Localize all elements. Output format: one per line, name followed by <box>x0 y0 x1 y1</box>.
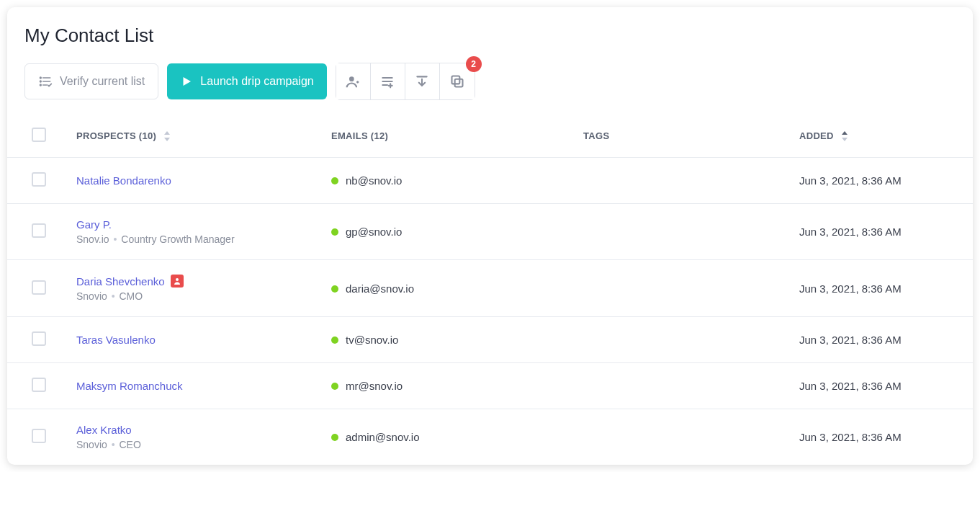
prospect-name[interactable]: Taras Vasulenko <box>76 334 156 346</box>
prospect-subtitle: Snovio • CMO <box>76 290 317 302</box>
row-checkbox[interactable] <box>32 223 46 238</box>
svg-point-7 <box>349 76 354 81</box>
page-title: My Contact List <box>24 24 956 47</box>
prospect-name[interactable]: Maksym Romanchuck <box>76 380 183 392</box>
duplicates-badge: 2 <box>466 56 482 72</box>
email-text: tv@snov.io <box>346 334 398 346</box>
row-checkbox-cell <box>7 317 65 363</box>
row-checkbox[interactable] <box>32 429 46 443</box>
tags-cell <box>576 204 792 260</box>
prospect-cell: Gary P.Snov.io • Country Growth Manager <box>65 204 324 260</box>
header-emails: EMAILS (12) <box>324 115 576 158</box>
header-tags-label: TAGS <box>583 130 609 141</box>
svg-marker-6 <box>184 77 192 86</box>
contact-card-icon <box>171 275 184 288</box>
status-dot-icon <box>331 285 338 293</box>
added-cell: Jun 3, 2021, 8:36 AM <box>792 158 973 204</box>
row-checkbox[interactable] <box>32 280 46 295</box>
added-cell: Jun 3, 2021, 8:36 AM <box>792 317 973 363</box>
prospect-name[interactable]: Natalie Bondarenko <box>76 174 171 187</box>
svg-marker-21 <box>842 131 848 135</box>
table-row: Taras Vasulenkotv@snov.ioJun 3, 2021, 8:… <box>7 317 973 363</box>
row-checkbox-cell <box>7 204 65 260</box>
list-plus-icon <box>380 74 395 89</box>
added-date: Jun 3, 2021, 8:36 AM <box>799 334 902 346</box>
email-text: admin@snov.io <box>346 431 420 443</box>
email-text: gp@snov.io <box>346 226 402 238</box>
email-cell: nb@snov.io <box>324 158 576 204</box>
prospect-role: CMO <box>120 290 143 302</box>
add-to-list-button[interactable] <box>371 63 405 99</box>
svg-marker-19 <box>164 131 170 135</box>
table-row: Maksym Romanchuckmr@snov.ioJun 3, 2021, … <box>7 363 973 409</box>
svg-marker-22 <box>842 138 848 141</box>
sort-icon <box>841 131 848 141</box>
prospect-name-text: Natalie Bondarenko <box>76 174 171 187</box>
row-checkbox[interactable] <box>32 378 46 392</box>
prospect-name-text: Alex Kratko <box>76 424 132 436</box>
tags-cell <box>576 409 792 465</box>
select-all-checkbox[interactable] <box>32 128 46 142</box>
contact-list-card: My Contact List Verify current list Laun… <box>7 7 973 465</box>
separator-dot: • <box>109 290 118 302</box>
status-dot-icon <box>331 228 338 236</box>
separator-dot: • <box>111 233 120 245</box>
tags-cell <box>576 363 792 409</box>
launch-campaign-label: Launch drip campaign <box>200 75 313 88</box>
email-text: daria@snov.io <box>346 282 414 295</box>
added-cell: Jun 3, 2021, 8:36 AM <box>792 204 973 260</box>
email-cell: admin@snov.io <box>324 409 576 465</box>
added-cell: Jun 3, 2021, 8:36 AM <box>792 363 973 409</box>
prospect-name[interactable]: Alex Kratko <box>76 424 132 436</box>
toolbar: Verify current list Launch drip campaign <box>24 63 956 100</box>
prospect-cell: Daria ShevchenkoSnovio • CMO <box>65 260 324 317</box>
status-dot-icon <box>331 434 338 441</box>
tags-cell <box>576 158 792 204</box>
prospect-subtitle: Snov.io • Country Growth Manager <box>76 233 317 245</box>
action-icon-group: 2 <box>336 63 475 100</box>
added-date: Jun 3, 2021, 8:36 AM <box>799 380 902 392</box>
table-row: Daria ShevchenkoSnovio • CMOdaria@snov.i… <box>7 260 973 317</box>
play-icon <box>180 75 193 88</box>
prospect-name[interactable]: Gary P. <box>76 218 112 231</box>
prospect-company: Snov.io <box>76 233 109 245</box>
prospect-company: Snovio <box>76 290 107 302</box>
added-date: Jun 3, 2021, 8:36 AM <box>799 174 902 187</box>
prospect-role: CEO <box>120 439 141 450</box>
status-dot-icon <box>331 177 338 184</box>
svg-rect-17 <box>451 76 459 84</box>
duplicates-button[interactable]: 2 <box>440 63 475 99</box>
svg-rect-18 <box>454 79 462 87</box>
added-cell: Jun 3, 2021, 8:36 AM <box>792 409 973 465</box>
row-checkbox-cell <box>7 409 65 465</box>
prospect-cell: Maksym Romanchuck <box>65 363 324 409</box>
added-date: Jun 3, 2021, 8:36 AM <box>799 282 902 295</box>
launch-campaign-button[interactable]: Launch drip campaign <box>167 63 326 99</box>
verify-list-button[interactable]: Verify current list <box>24 63 158 99</box>
prospect-name[interactable]: Daria Shevchenko <box>76 275 184 288</box>
add-prospect-button[interactable] <box>336 63 371 99</box>
email-text: mr@snov.io <box>346 380 403 392</box>
row-checkbox[interactable] <box>32 172 46 187</box>
added-cell: Jun 3, 2021, 8:36 AM <box>792 260 973 317</box>
prospect-name-text: Taras Vasulenko <box>76 334 156 346</box>
prospect-company: Snovio <box>76 439 107 450</box>
export-button[interactable] <box>405 63 440 99</box>
list-check-icon <box>38 74 53 89</box>
email-cell: daria@snov.io <box>324 260 576 317</box>
header-prospects[interactable]: PROSPECTS (10) <box>65 115 324 158</box>
separator-dot: • <box>109 439 118 450</box>
row-checkbox-cell <box>7 158 65 204</box>
prospect-name-text: Daria Shevchenko <box>76 275 165 288</box>
prospect-cell: Alex KratkoSnovio • CEO <box>65 409 324 465</box>
row-checkbox[interactable] <box>32 331 46 346</box>
prospect-cell: Natalie Bondarenko <box>65 158 324 204</box>
contacts-table: PROSPECTS (10) EMAILS (12) TAGS ADDED <box>7 115 973 465</box>
header: My Contact List Verify current list Laun… <box>7 7 973 115</box>
prospect-name-text: Gary P. <box>76 218 112 231</box>
header-prospects-label: PROSPECTS (10) <box>76 130 156 141</box>
download-filter-icon <box>415 74 429 89</box>
verify-list-label: Verify current list <box>60 75 145 88</box>
status-dot-icon <box>331 383 338 390</box>
header-added[interactable]: ADDED <box>792 115 973 158</box>
